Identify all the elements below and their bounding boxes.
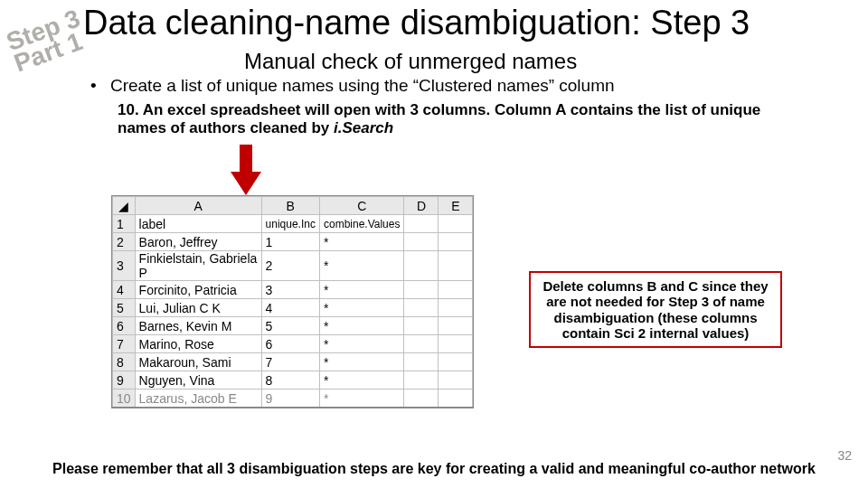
- h-C: combine.Values: [319, 215, 404, 233]
- table-row: 2Baron, Jeffrey1*: [113, 233, 473, 251]
- corner-cell: ◢: [113, 197, 136, 215]
- svg-marker-1: [231, 172, 261, 195]
- callout-box: Delete columns B and C since they are no…: [529, 271, 782, 348]
- table-row: 9Nguyen, Vina8*: [113, 371, 473, 389]
- step-prefix: 10. An excel spreadsheet will open with …: [118, 101, 760, 136]
- h-D: [404, 215, 439, 233]
- step-description: 10. An excel spreadsheet will open with …: [118, 101, 769, 138]
- down-arrow-icon: [228, 145, 264, 195]
- col-E-header: E: [439, 197, 473, 215]
- table-row: 8Makaroun, Sami7*: [113, 353, 473, 371]
- step-stamp: Step 3 Part 1: [4, 6, 90, 75]
- table-row: 5Lui, Julian C K4*: [113, 299, 473, 317]
- bullet-dot: •: [90, 76, 97, 95]
- table-row: 4Forcinito, Patricia3*: [113, 281, 473, 299]
- h-A: label: [135, 215, 261, 233]
- table-row: 3Finkielstain, Gabriela P2*: [113, 251, 473, 281]
- h-E: [439, 215, 473, 233]
- svg-rect-0: [240, 145, 252, 172]
- page-title: Data cleaning-name disambiguation: Step …: [83, 4, 750, 42]
- col-B-header: B: [261, 197, 319, 215]
- col-C-header: C: [319, 197, 404, 215]
- h-B: unique.Inc: [261, 215, 319, 233]
- table-row: 10Lazarus, Jacob E9*: [113, 389, 473, 408]
- table-row: 7Marino, Rose6*: [113, 335, 473, 353]
- label-row: 1 label unique.Inc combine.Values: [113, 215, 473, 233]
- footer-note: Please remember that all 3 disambiguatio…: [0, 461, 868, 477]
- bullet-text: Create a list of unique names using the …: [110, 76, 615, 95]
- table-row: 6Barnes, Kevin M5*: [113, 317, 473, 335]
- col-header-row: ◢ A B C D E: [113, 197, 473, 215]
- col-A-header: A: [135, 197, 261, 215]
- page-subtitle: Manual check of unmerged names: [244, 49, 577, 74]
- bullet-line: • Create a list of unique names using th…: [90, 76, 615, 96]
- col-D-header: D: [404, 197, 439, 215]
- isearch-name: i.Search: [334, 119, 393, 136]
- excel-table: ◢ A B C D E 1 label unique.Inc combine.V…: [111, 195, 474, 408]
- rownum: 1: [113, 215, 136, 233]
